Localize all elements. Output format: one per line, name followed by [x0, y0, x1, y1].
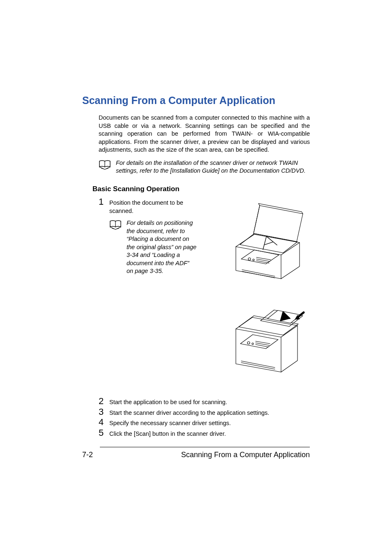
step-text: Click the [Scan] button in the scanner d… [109, 428, 226, 438]
step-1: 1 Position the document to be scanned. [99, 197, 197, 215]
step-1-note-text: For details on positioning the document,… [127, 219, 197, 275]
step-text: Start the scanner driver according to th… [109, 407, 269, 417]
svg-point-1 [253, 259, 254, 261]
svg-point-2 [247, 342, 250, 344]
note-block-1: For details on the installation of the s… [99, 159, 310, 175]
step-3: 3 Start the scanner driver according to … [99, 407, 310, 417]
book-icon [109, 220, 122, 230]
section-title: Scanning From a Computer Application [82, 95, 310, 106]
step-5: 5 Click the [Scan] button in the scanner… [99, 428, 310, 438]
footer: 7-2 Scanning From a Computer Application [82, 451, 310, 459]
step-number: 3 [99, 407, 105, 416]
page-number: 7-2 [82, 451, 93, 459]
step-2: 2 Start the application to be used for s… [99, 397, 310, 407]
figures-column [217, 197, 310, 391]
step-1-note: For details on positioning the document,… [109, 219, 197, 275]
step1-col: 1 Position the document to be scanned. F… [99, 197, 197, 275]
step-number: 4 [99, 418, 105, 427]
footer-label: Scanning From a Computer Application [181, 451, 310, 459]
step-4: 4 Specify the necessary scanner driver s… [99, 418, 310, 428]
step-number: 5 [99, 428, 105, 437]
note-text-1: For details on the installation of the s… [116, 159, 310, 175]
figure-scanner-adf [217, 294, 310, 378]
step1-wrap: 1 Position the document to be scanned. F… [99, 197, 310, 391]
step-text: Start the application to be used for sca… [109, 397, 227, 407]
figure-scanner-open [217, 197, 310, 282]
svg-point-0 [248, 258, 251, 260]
svg-point-3 [252, 343, 254, 345]
step-text: Position the document to be scanned. [109, 197, 197, 215]
step-number: 2 [99, 397, 105, 406]
step-number: 1 [99, 197, 105, 206]
footer-rule [100, 447, 310, 447]
book-icon [99, 160, 111, 170]
steps-2-5: 2 Start the application to be used for s… [99, 397, 310, 438]
step-text: Specify the necessary scanner driver set… [109, 418, 231, 428]
intro-paragraph: Documents can be scanned from a computer… [99, 114, 310, 154]
page-content: Scanning From a Computer Application Doc… [0, 0, 392, 438]
subheading: Basic Scanning Operation [92, 185, 310, 193]
